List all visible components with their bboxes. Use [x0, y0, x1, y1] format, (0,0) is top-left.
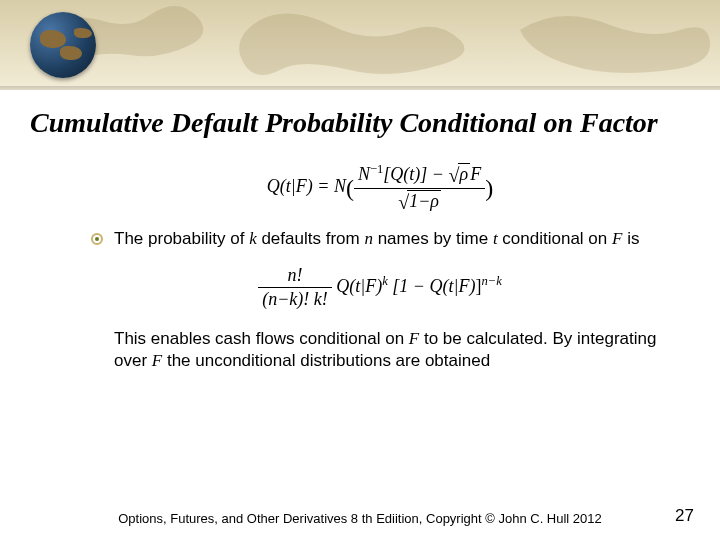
f1-num-c: F	[470, 164, 481, 184]
formula-binomial: n! (n−k)! k! Q(t|F)k [1 − Q(t|F)]n−k	[90, 265, 670, 310]
p-F: F	[409, 329, 419, 348]
bt4: conditional on	[498, 229, 612, 248]
bt3: names by time	[373, 229, 493, 248]
p-1: This enables cash flows conditional on	[114, 329, 409, 348]
f1-num-b: [Q(t)] −	[383, 164, 448, 184]
formula-q-given-f: Q(t|F) = N( N−1[Q(t)] − √ρF √1−ρ )	[90, 162, 670, 214]
bt-n: n	[364, 229, 373, 248]
formula1-lhs: Q(t|F) = N	[267, 176, 346, 196]
f2-exp-nk: n−k	[481, 273, 501, 287]
f2-exp-k: k	[382, 273, 388, 287]
bt-F: F	[612, 229, 622, 248]
bullet-icon	[90, 232, 104, 246]
bt1: The probability of	[114, 229, 249, 248]
bullet-item: The probability of k defaults from n nam…	[90, 228, 670, 251]
f1-den-sqrt: 1−ρ	[407, 190, 441, 212]
world-map-silhouette	[0, 0, 720, 90]
slide-body: Q(t|F) = N( N−1[Q(t)] − √ρF √1−ρ ) The p…	[0, 162, 720, 374]
p-F2: F	[152, 351, 162, 370]
bt-k: k	[249, 229, 257, 248]
f2-num: n!	[258, 265, 332, 288]
bt2: defaults from	[257, 229, 365, 248]
page-number: 27	[675, 506, 694, 526]
f2-mid-a: Q(t|F)	[336, 275, 382, 295]
footer-text: Options, Futures, and Other Derivatives …	[0, 511, 720, 526]
bt5: is	[622, 229, 639, 248]
f1-num-inv: −1	[370, 162, 383, 176]
f2-den: (n−k)! k!	[258, 288, 332, 310]
globe-icon	[30, 12, 96, 78]
header-shadow	[0, 86, 720, 90]
bullet-text: The probability of k defaults from n nam…	[114, 228, 639, 251]
closing-paragraph: This enables cash flows conditional on F…	[114, 328, 670, 374]
svg-point-1	[95, 237, 99, 241]
p-3: the unconditional distributions are obta…	[162, 351, 490, 370]
slide-title: Cumulative Default Probability Condition…	[30, 106, 690, 140]
f1-num-sqrt: ρ	[458, 163, 471, 185]
f2-mid-b: [1 − Q(t|F)	[392, 275, 475, 295]
header-strip	[0, 0, 720, 90]
f1-num-a: N	[358, 164, 370, 184]
